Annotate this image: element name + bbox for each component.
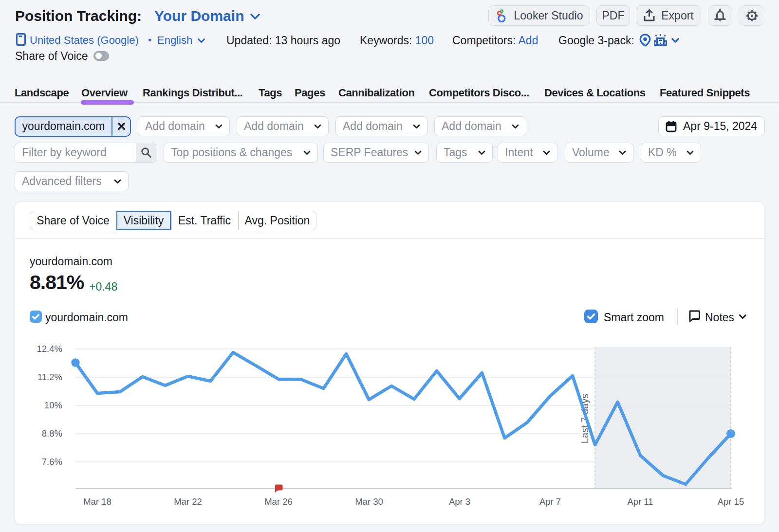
svg-text:Apr 11: Apr 11 [627, 496, 653, 507]
svg-text:Apr 3: Apr 3 [449, 496, 470, 507]
svg-text:Mar 26: Mar 26 [264, 496, 293, 507]
svg-text:10%: 10% [44, 400, 62, 410]
svg-text:11.2%: 11.2% [37, 372, 62, 382]
svg-text:Mar 18: Mar 18 [83, 496, 111, 507]
svg-text:Apr 15: Apr 15 [718, 496, 744, 507]
svg-text:Mar 30: Mar 30 [355, 496, 383, 507]
svg-text:8.8%: 8.8% [42, 428, 62, 439]
svg-text:Mar 22: Mar 22 [174, 496, 202, 507]
svg-text:Apr 7: Apr 7 [539, 496, 561, 507]
svg-text:7.6%: 7.6% [42, 457, 62, 467]
svg-text:12.4%: 12.4% [37, 344, 62, 354]
